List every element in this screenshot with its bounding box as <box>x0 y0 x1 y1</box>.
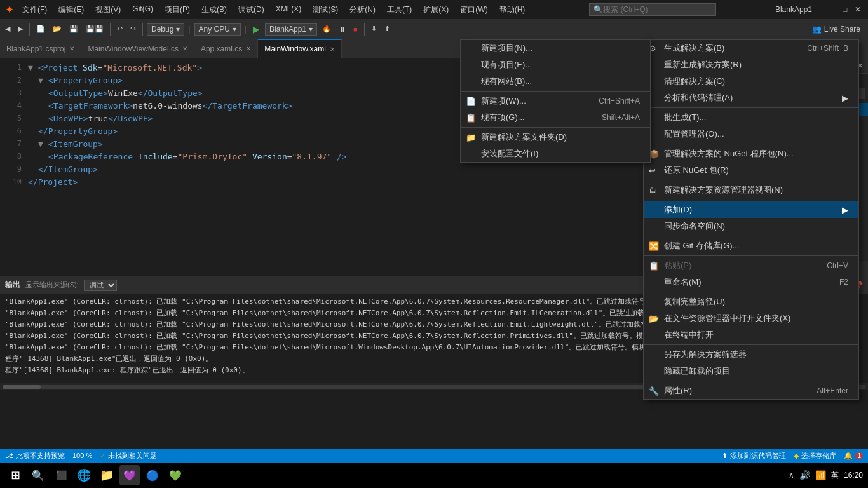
new-project-btn[interactable]: 📄 <box>34 24 48 34</box>
ctx-add[interactable]: 添加(D) ▶ <box>644 201 858 218</box>
menu-analyze[interactable]: 分析(N) <box>344 3 381 17</box>
ctx-paste[interactable]: 📋 粘贴(P) Ctrl+V <box>644 257 858 274</box>
ctx-rebuild-solution[interactable]: 重新生成解决方案(R) <box>644 57 858 73</box>
git-branch-item[interactable]: ⎇ 此项不支持预览 <box>5 451 65 461</box>
ctx-properties[interactable]: 🔧 属性(R) Alt+Enter <box>644 383 858 399</box>
language-indicator[interactable]: 英 <box>831 470 839 481</box>
app1[interactable]: 🔵 <box>142 465 163 485</box>
sub-existing-item[interactable]: 📋 现有项(G)... Shift+Alt+A <box>461 109 650 126</box>
menu-build[interactable]: 生成(B) <box>196 3 232 17</box>
tab-close-icon[interactable]: ✕ <box>182 45 187 52</box>
menu-git[interactable]: Git(G) <box>127 3 158 17</box>
git-fetch-btn[interactable]: ⬇ <box>369 24 379 34</box>
sep5: | <box>243 25 248 34</box>
tab-appxaml[interactable]: App.xaml.cs ✕ <box>194 39 258 58</box>
edge-icon: 🌐 <box>77 468 91 482</box>
sub-existing-project[interactable]: 现有项目(E)... <box>461 57 650 73</box>
network-icon[interactable]: 📶 <box>815 470 826 480</box>
menu-help[interactable]: 帮助(H) <box>494 3 531 17</box>
ctx-open-in-terminal[interactable]: 在终端中打开 <box>644 327 858 343</box>
global-search-box[interactable]: 🔍 <box>589 3 716 16</box>
sub-new-item[interactable]: 📄 新建项(W)... Ctrl+Shift+A <box>461 93 650 109</box>
ctx-sync-namespace[interactable]: 同步命名空间(N) <box>644 218 858 234</box>
tray-expand[interactable]: ∧ <box>789 471 794 480</box>
ctx-save-as-filter[interactable]: 另存为解决方案筛选器 <box>644 346 858 363</box>
close-button[interactable]: ✕ <box>853 4 863 15</box>
volume-icon[interactable]: 🔊 <box>799 470 810 480</box>
existing-item-icon: 📋 <box>466 113 476 123</box>
tab-close-icon[interactable]: ✕ <box>246 45 251 52</box>
ctx-clean-solution[interactable]: 清理解决方案(C) <box>644 73 858 90</box>
select-repo-btn[interactable]: ◆ 选择存储库 <box>794 451 836 461</box>
menu-tools[interactable]: 工具(T) <box>382 3 417 17</box>
tab-mainwindow[interactable]: MainWindow.xaml ✕ <box>258 39 342 58</box>
search-taskbar[interactable]: 🔍 <box>28 465 48 485</box>
add-source-control-btn[interactable]: ⬆ 添加到源代码管理 <box>722 451 786 461</box>
ctx-batch-build[interactable]: 批生成(T)... <box>644 109 858 126</box>
ctx-config-manager[interactable]: 配置管理器(O)... <box>644 126 858 142</box>
menu-file[interactable]: 文件(F) <box>17 3 52 17</box>
start-button[interactable]: ⊞ <box>5 465 25 485</box>
minimize-button[interactable]: — <box>827 4 837 15</box>
tab-viewmodel[interactable]: MainWindowViewModel.cs ✕ <box>81 39 194 58</box>
tab-close-icon[interactable]: ✕ <box>69 45 74 52</box>
menu-edit[interactable]: 编辑(E) <box>53 3 89 17</box>
task-view-btn[interactable]: ⬛ <box>51 465 71 485</box>
sub-new-project[interactable]: 新建项目(N)... <box>461 40 650 57</box>
global-search-input[interactable] <box>603 5 705 14</box>
ctx-hide-unloaded[interactable]: 隐藏已卸载的项目 <box>644 363 858 379</box>
menu-project[interactable]: 项目(P) <box>159 3 195 17</box>
stop-btn[interactable]: ■ <box>351 24 360 34</box>
menu-view[interactable]: 视图(V) <box>90 3 126 17</box>
forward-button[interactable]: ▶ <box>15 24 25 34</box>
cpu-dropdown[interactable]: Any CPU ▾ <box>194 23 241 36</box>
redo-btn[interactable]: ↪ <box>128 24 139 34</box>
maximize-button[interactable]: □ <box>840 4 850 15</box>
pause-btn[interactable]: ⏸ <box>336 24 348 34</box>
vs-icon: 💜 <box>123 470 136 482</box>
live-share-btn[interactable]: 👥 Live Share <box>807 24 865 35</box>
ctx-analyze[interactable]: 分析和代码清理(A) ▶ <box>644 90 858 106</box>
sub-install-config[interactable]: 安装配置文件(I) <box>461 146 650 162</box>
sub-existing-website[interactable]: 现有网站(B)... <box>461 73 650 90</box>
status-bar: ⎇ 此项不支持预览 100 % ✓ 未找到相关问题 ⬆ 添加到源代码管理 ◆ 选… <box>0 449 868 463</box>
undo-btn[interactable]: ↩ <box>114 24 125 34</box>
menu-extensions[interactable]: 扩展(X) <box>418 3 454 17</box>
hot-reload-btn[interactable]: 🔥 <box>320 24 334 34</box>
tab-close-icon[interactable]: ✕ <box>330 46 335 53</box>
paste-icon: 📋 <box>649 261 659 271</box>
chevron-down-icon2: ▾ <box>233 25 236 34</box>
start-debug-btn[interactable]: ▶ <box>250 23 262 36</box>
debug-config-dropdown[interactable]: Debug ▾ <box>147 23 184 36</box>
menu-debug[interactable]: 调试(D) <box>233 3 269 17</box>
edge-browser[interactable]: 🌐 <box>74 465 94 485</box>
ctx-manage-nuget[interactable]: 📦 管理解决方案的 NuGet 程序包(N)... <box>644 146 858 162</box>
ctx-new-sol-explorer[interactable]: 🗂 新建解决方案资源管理器视图(N) <box>644 182 858 198</box>
vs-taskbar[interactable]: 💜 <box>119 465 140 485</box>
back-button[interactable]: ◀ <box>3 24 13 34</box>
no-issues-item[interactable]: ✓ 未找到相关问题 <box>100 451 157 461</box>
menu-window[interactable]: 窗口(W) <box>455 3 492 17</box>
app2[interactable]: 💚 <box>165 465 186 485</box>
ctx-copy-path[interactable]: 复制完整路径(U) <box>644 294 858 310</box>
tab-csproj[interactable]: BlankApp1.csproj ✕ <box>0 39 81 58</box>
menu-test[interactable]: 测试(S) <box>308 3 343 17</box>
menu-xml[interactable]: XML(X) <box>271 3 307 17</box>
open-btn[interactable]: 📂 <box>50 24 64 34</box>
sub-new-solution-folder[interactable]: 📁 新建解决方案文件夹(D) <box>461 129 650 146</box>
ctx-open-in-explorer[interactable]: 📂 在文件资源管理器中打开文件夹(X) <box>644 310 858 327</box>
git-push-btn[interactable]: ⬆ <box>382 24 393 34</box>
taskbar: ⊞ 🔍 ⬛ 🌐 📁 💜 🔵 💚 ∧ 🔊 📶 英 16:20 <box>0 463 868 488</box>
ctx-restore-nuget[interactable]: ↩ 还原 NuGet 包(R) <box>644 162 858 179</box>
notification-bell[interactable]: 🔔 1 <box>844 451 863 461</box>
zoom-item[interactable]: 100 % <box>72 452 92 459</box>
file-explorer[interactable]: 📁 <box>97 465 117 485</box>
ctx-create-git-repo[interactable]: 🔀 创建 Git 存储库(G)... <box>644 238 858 254</box>
app-dropdown[interactable]: BlankApp1 ▾ <box>265 23 317 36</box>
source-label: 显示输出来源(S): <box>25 280 79 290</box>
ctx-rename[interactable]: 重命名(M) F2 <box>644 274 858 290</box>
save-all-btn[interactable]: 💾💾 <box>83 24 106 34</box>
output-source-dropdown[interactable]: 调试 <box>84 280 117 291</box>
ctx-build-solution[interactable]: ⚙ 生成解决方案(B) Ctrl+Shift+B <box>644 40 858 57</box>
save-btn[interactable]: 💾 <box>67 24 81 34</box>
